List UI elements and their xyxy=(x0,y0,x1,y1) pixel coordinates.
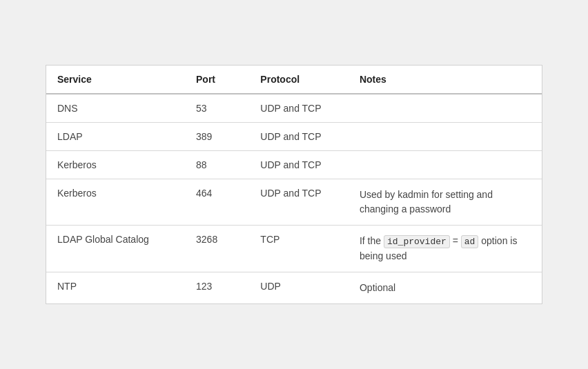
cell-notes: Optional xyxy=(349,272,542,303)
cell-protocol: TCP xyxy=(249,226,349,272)
cell-port: 123 xyxy=(185,272,249,303)
table-row: Kerberos88UDP and TCP xyxy=(46,151,542,179)
cell-protocol: UDP and TCP xyxy=(249,123,349,151)
cell-port: 389 xyxy=(185,123,249,151)
table-header-row: Service Port Protocol Notes xyxy=(46,66,542,94)
cell-protocol: UDP and TCP xyxy=(249,179,349,226)
notes-text: If the id_provider = ad option is being … xyxy=(360,235,517,261)
header-protocol: Protocol xyxy=(249,66,349,94)
cell-notes: Used by kadmin for setting and changing … xyxy=(349,179,542,226)
cell-service: Kerberos xyxy=(46,179,185,226)
cell-protocol: UDP and TCP xyxy=(249,94,349,123)
cell-port: 464 xyxy=(185,179,249,226)
table-row: Kerberos464UDP and TCPUsed by kadmin for… xyxy=(46,179,542,226)
header-service: Service xyxy=(46,66,185,94)
code-ad: ad xyxy=(461,235,479,248)
cell-service: DNS xyxy=(46,94,185,123)
cell-notes xyxy=(349,94,542,123)
cell-notes xyxy=(349,123,542,151)
services-table-container: Service Port Protocol Notes DNS53UDP and… xyxy=(46,65,542,304)
cell-service: Kerberos xyxy=(46,151,185,179)
cell-port: 53 xyxy=(185,94,249,123)
services-table: Service Port Protocol Notes DNS53UDP and… xyxy=(46,66,542,303)
header-notes: Notes xyxy=(349,66,542,94)
cell-service: LDAP xyxy=(46,123,185,151)
cell-service: NTP xyxy=(46,272,185,303)
header-port: Port xyxy=(185,66,249,94)
table-row: NTP123UDPOptional xyxy=(46,272,542,303)
cell-port: 88 xyxy=(185,151,249,179)
cell-port: 3268 xyxy=(185,226,249,272)
notes-text: Used by kadmin for setting and changing … xyxy=(360,189,493,215)
cell-notes xyxy=(349,151,542,179)
cell-notes: If the id_provider = ad option is being … xyxy=(349,226,542,272)
table-row: DNS53UDP and TCP xyxy=(46,94,542,123)
notes-text: Optional xyxy=(360,282,395,293)
cell-protocol: UDP xyxy=(249,272,349,303)
code-id-provider: id_provider xyxy=(384,235,450,248)
cell-service: LDAP Global Catalog xyxy=(46,226,185,272)
table-row: LDAP389UDP and TCP xyxy=(46,123,542,151)
cell-protocol: UDP and TCP xyxy=(249,151,349,179)
table-row: LDAP Global Catalog3268TCPIf the id_prov… xyxy=(46,226,542,272)
